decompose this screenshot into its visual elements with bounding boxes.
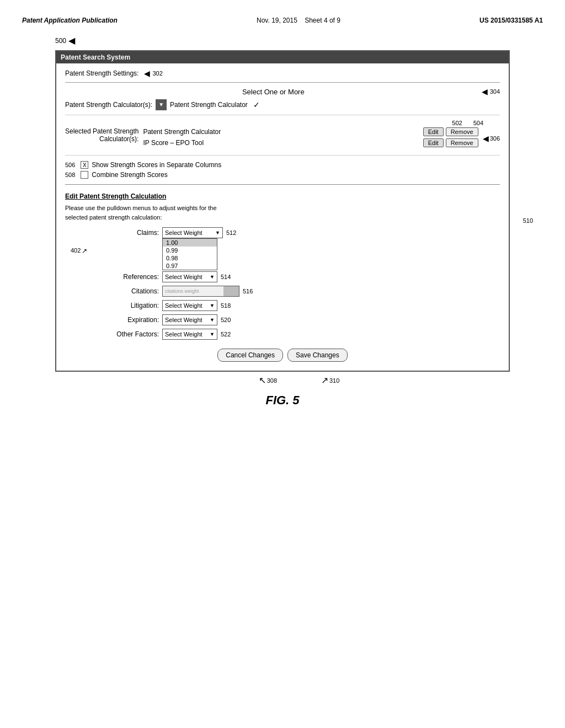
arrow-500-icon: ◀ <box>68 35 75 46</box>
pub-label: Patent Application Publication <box>22 17 118 24</box>
calc-selector-row: Patent Strength Calculator(s): ▼ Patent … <box>65 99 500 115</box>
calc-selector-label: Patent Strength Calculator(s): <box>65 101 152 109</box>
ref-502-label: 502 <box>452 120 462 126</box>
claims-label: Claims: <box>98 229 159 237</box>
calc-item-2-name: IP Score – EPO Tool <box>143 139 417 147</box>
ui-main-box: Patent Search System Patent Strength Set… <box>55 50 510 372</box>
calc-item-2-remove-button[interactable]: Remove <box>446 138 478 147</box>
arrow-308-icon: ↖ <box>259 375 266 386</box>
references-select-text: Select Weight <box>165 274 202 280</box>
ref-518-label: 518 <box>221 302 231 309</box>
save-changes-button[interactable]: Save Changes <box>287 349 348 362</box>
selected-calc-area: Selected Patent Strength Calculator(s): … <box>65 127 500 156</box>
other-factors-dropdown-arrow-icon: ▼ <box>210 331 215 337</box>
calc-item-1-edit-button[interactable]: Edit <box>423 127 444 136</box>
checkbox-row-2: 508 Combine Strength Scores <box>65 171 500 179</box>
claims-option-1-00[interactable]: 1.00 <box>163 239 217 247</box>
select-one-row: Select One or More ◀ 304 <box>65 87 500 96</box>
edit-section: Edit Patent Strength Calculation Please … <box>65 190 500 340</box>
select-one-label: Select One or More <box>242 88 305 96</box>
litigation-row: Litigation: Select Weight ▼ 518 <box>98 300 500 311</box>
citations-label: Citations: <box>98 287 159 295</box>
ref-508-label: 508 <box>65 172 75 178</box>
litigation-select-text: Select Weight <box>165 302 202 309</box>
calc-dropdown-button[interactable]: ▼ <box>156 99 167 110</box>
citations-scrollbar-text: citations weight <box>165 288 199 294</box>
citations-field[interactable]: citations weight <box>162 286 239 297</box>
show-separate-checkbox[interactable]: X <box>81 161 88 169</box>
claims-option-0-99[interactable]: 0.99 <box>163 247 217 254</box>
arrow-306-icon: ◀ <box>483 134 489 143</box>
litigation-label: Litigation: <box>98 302 159 309</box>
checkmark-icon: ✓ <box>253 100 260 109</box>
edit-section-title: Edit Patent Strength Calculation <box>65 192 500 200</box>
citations-row: Citations: citations weight 516 <box>98 286 500 297</box>
claims-option-0-97[interactable]: 0.97 <box>163 262 217 270</box>
ref-516-label: 516 <box>243 288 253 295</box>
arrow-302-icon: ◀ <box>144 69 150 78</box>
checkbox-area: 506 X Show Strength Scores in Separate C… <box>65 161 500 179</box>
claims-select-text: Select Weight <box>165 229 202 236</box>
litigation-dropdown-arrow-icon: ▼ <box>210 303 215 308</box>
calc-item-2: IP Score – EPO Tool Edit Remove <box>143 138 480 147</box>
calc-item-1-name: Patent Strength Calculator <box>143 128 417 136</box>
claims-select[interactable]: Select Weight ▼ <box>162 227 223 238</box>
selected-calc-label: Selected Patent Strength Calculator(s): <box>65 127 138 149</box>
references-row: References: Select Weight ▼ 514 <box>98 271 500 282</box>
ref-500-label: 500 <box>55 37 66 45</box>
pub-number: US 2015/0331585 A1 <box>479 17 543 24</box>
combine-checkbox[interactable] <box>81 171 88 179</box>
other-factors-row: Other Factors: Select Weight ▼ 522 <box>98 329 500 340</box>
title-bar: Patent Search System <box>56 51 509 63</box>
expiration-select[interactable]: Select Weight ▼ <box>162 314 217 325</box>
ref-506-label: 506 <box>65 162 75 168</box>
claims-dropdown-arrow-icon: ▼ <box>215 230 220 235</box>
arrow-402-icon: ↗ <box>82 247 87 255</box>
section-divider <box>65 184 500 185</box>
references-dropdown-arrow-icon: ▼ <box>210 274 215 280</box>
references-label: References: <box>98 273 159 281</box>
litigation-select[interactable]: Select Weight ▼ <box>162 300 217 311</box>
other-factors-label: Other Factors: <box>98 330 159 338</box>
calc-list: Patent Strength Calculator Edit Remove I… <box>143 127 480 149</box>
combine-label: Combine Strength Scores <box>92 171 167 179</box>
pub-date: Nov. 19, 2015 Sheet 4 of 9 <box>257 17 340 24</box>
settings-row: Patent Strength Settings: ◀ 302 <box>65 69 500 83</box>
ref-402-label: 402 <box>71 247 81 254</box>
expiration-row: Expiration: Select Weight ▼ 520 <box>98 314 500 325</box>
ref-310-label: 310 <box>329 377 339 384</box>
settings-label: Patent Strength Settings: <box>65 69 138 77</box>
figure-label: FIG. 5 <box>22 393 543 408</box>
show-separate-label: Show Strength Scores in Separate Columns <box>92 161 221 169</box>
expiration-label: Expiration: <box>98 316 159 324</box>
ref-306-label: 306 <box>490 135 500 142</box>
ref-510-label: 510 <box>523 217 533 224</box>
calc-selected-value: Patent Strength Calculator <box>170 101 248 109</box>
ref-504-label: 504 <box>473 120 483 126</box>
claims-dropdown-list: 1.00 0.99 0.98 0.97 <box>162 238 217 270</box>
other-factors-select[interactable]: Select Weight ▼ <box>162 329 217 340</box>
calc-item-2-edit-button[interactable]: Edit <box>423 138 444 147</box>
expiration-select-text: Select Weight <box>165 317 202 323</box>
edit-section-desc: Please use the pulldown menus to adjust … <box>65 204 500 222</box>
ref-304-label: 304 <box>490 88 500 95</box>
calc-item-1: Patent Strength Calculator Edit Remove <box>143 127 480 136</box>
ref-308-label: 308 <box>267 377 277 384</box>
claims-row: 510 Claims: Select Weight ▼ 1.00 0.99 0.… <box>98 227 500 238</box>
button-area: Cancel Changes Save Changes <box>65 349 500 362</box>
ref-522-label: 522 <box>221 331 231 338</box>
ref-302-label: 302 <box>152 70 162 77</box>
ref-512-label: 512 <box>226 229 236 236</box>
arrow-310-icon: ↗ <box>321 375 328 386</box>
claims-option-0-98[interactable]: 0.98 <box>163 254 217 262</box>
references-select[interactable]: Select Weight ▼ <box>162 271 217 282</box>
cancel-changes-button[interactable]: Cancel Changes <box>217 349 283 362</box>
arrow-304-icon: ◀ <box>482 87 488 96</box>
checkbox-row-1: 506 X Show Strength Scores in Separate C… <box>65 161 500 169</box>
expiration-dropdown-arrow-icon: ▼ <box>210 317 215 323</box>
calc-item-1-remove-button[interactable]: Remove <box>446 127 478 136</box>
ref-520-label: 520 <box>221 317 231 323</box>
other-factors-select-text: Select Weight <box>165 331 202 338</box>
ref-514-label: 514 <box>221 274 231 280</box>
